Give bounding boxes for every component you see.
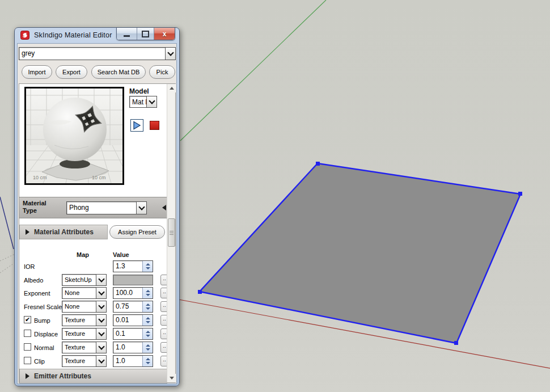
albedo-map-value: SketchUp xyxy=(62,275,96,285)
row-label-fresnel-scale: Fresnel Scale xyxy=(24,304,62,310)
render-target-dropdown-button[interactable] xyxy=(146,96,156,107)
close-button[interactable]: x xyxy=(154,28,175,40)
fresnel-value: 0.75 xyxy=(113,301,142,312)
displace-map-dropdown-button[interactable] xyxy=(96,328,106,339)
export-button[interactable]: Export xyxy=(56,65,87,79)
check-icon: ✔ xyxy=(25,316,30,323)
normal-checkbox[interactable] xyxy=(24,343,31,351)
normal-spinner[interactable] xyxy=(142,342,153,353)
bump-value-field[interactable]: 0.01 xyxy=(113,314,153,326)
albedo-map-dropdown-button[interactable] xyxy=(96,275,106,285)
minimize-button[interactable] xyxy=(117,28,137,40)
fresnel-map-value: None xyxy=(62,301,96,312)
material-type-combo[interactable]: Phong xyxy=(66,201,147,214)
normal-value-field[interactable]: 1.0 xyxy=(113,342,153,353)
import-button[interactable]: Import xyxy=(22,65,52,79)
normal-map-combo[interactable]: Texture xyxy=(62,342,107,353)
bump-spinner[interactable] xyxy=(142,315,153,326)
displace-map-value: Texture xyxy=(62,328,96,339)
bump-map-combo[interactable]: Texture xyxy=(62,314,107,326)
bump-map-dropdown-button[interactable] xyxy=(96,315,106,326)
content-scrollbar[interactable] xyxy=(167,84,175,382)
material-type-dropdown-button[interactable] xyxy=(136,202,146,214)
emitter-attributes-header[interactable]: Emitter Attributes xyxy=(19,369,167,383)
scrollbar-thumb[interactable] xyxy=(168,218,175,247)
ior-value-field[interactable]: 1.3 xyxy=(113,260,153,272)
row-label-bump: Bump xyxy=(34,317,50,324)
value-column-header: Value xyxy=(113,251,129,258)
material-type-label: Material Type xyxy=(23,200,46,214)
fresnel-spinner[interactable] xyxy=(142,301,153,312)
skindigo-material-editor-window: SkIndigo Material Editor x grey Import E… xyxy=(14,27,180,386)
thumb-grip xyxy=(170,234,174,235)
material-attributes-header[interactable]: Material Attributes xyxy=(19,225,108,239)
chevron-down-icon xyxy=(98,357,104,363)
chevron-down-icon xyxy=(98,289,104,295)
model-section-label: Model xyxy=(129,87,149,95)
content-pane: 10 cm 10 cm Model Mat D Material Type xyxy=(19,83,176,383)
window-title: SkIndigo Material Editor xyxy=(34,31,112,39)
row-label-normal: Normal xyxy=(34,344,54,351)
clip-map-dropdown-button[interactable] xyxy=(96,356,106,366)
displace-value-field[interactable]: 0.1 xyxy=(113,328,153,340)
exponent-map-combo[interactable]: None xyxy=(62,287,107,299)
albedo-color-swatch[interactable] xyxy=(113,275,153,285)
displace-value: 0.1 xyxy=(113,328,142,339)
fresnel-map-combo[interactable]: None xyxy=(62,301,107,313)
expand-right-icon xyxy=(26,373,29,379)
row-label-clip: Clip xyxy=(34,358,45,365)
chevron-down-icon xyxy=(98,330,104,336)
clip-map-combo[interactable]: Texture xyxy=(62,355,107,367)
map-column-header: Map xyxy=(77,251,89,258)
normal-value: 1.0 xyxy=(113,342,142,353)
clip-spinner[interactable] xyxy=(142,356,153,366)
exponent-spinner[interactable] xyxy=(142,288,153,298)
title-bar[interactable]: SkIndigo Material Editor x xyxy=(15,28,179,43)
albedo-map-combo[interactable]: SketchUp xyxy=(62,274,107,286)
material-name-combo[interactable]: grey xyxy=(19,47,176,60)
dialog-body: grey Import Export Search Mat DB Pick xyxy=(17,43,177,384)
row-label-albedo: Albedo xyxy=(24,277,43,284)
close-icon: x xyxy=(163,30,167,38)
exponent-value-field[interactable]: 100.0 xyxy=(113,287,153,299)
displace-checkbox[interactable] xyxy=(24,330,31,337)
spin-up-icon xyxy=(146,290,150,292)
exponent-map-dropdown-button[interactable] xyxy=(96,288,106,298)
render-play-button[interactable] xyxy=(130,119,143,132)
displace-spinner[interactable] xyxy=(142,328,153,339)
bump-map-value: Texture xyxy=(62,315,96,326)
export-button-label: Export xyxy=(62,69,81,75)
clip-value-field[interactable]: 1.0 xyxy=(113,355,153,367)
material-name-value: grey xyxy=(19,48,165,60)
spin-down-icon xyxy=(146,294,150,296)
chevron-down-icon xyxy=(138,204,145,210)
scroll-down-button[interactable] xyxy=(167,374,176,382)
spin-down-icon xyxy=(146,335,150,337)
scroll-up-button[interactable] xyxy=(167,84,176,92)
spin-down-icon xyxy=(146,348,150,351)
fresnel-map-dropdown-button[interactable] xyxy=(96,301,106,312)
preview-scale-left: 10 cm xyxy=(33,175,47,180)
assign-preset-button[interactable]: Assign Preset xyxy=(109,225,165,239)
bump-checkbox[interactable]: ✔ xyxy=(24,316,31,323)
bump-value: 0.01 xyxy=(113,315,142,326)
ior-spinner[interactable] xyxy=(142,261,153,272)
material-name-dropdown-button[interactable] xyxy=(165,48,175,60)
material-type-value: Phong xyxy=(67,202,136,214)
clip-checkbox[interactable] xyxy=(24,357,31,364)
search-mat-db-button[interactable]: Search Mat DB xyxy=(91,65,146,79)
collapse-left-icon[interactable] xyxy=(162,205,166,210)
normal-map-dropdown-button[interactable] xyxy=(96,342,106,353)
fresnel-value-field[interactable]: 0.75 xyxy=(113,301,153,313)
maximize-button[interactable] xyxy=(137,28,154,40)
search-mat-db-label: Search Mat DB xyxy=(98,69,140,75)
spin-up-icon xyxy=(146,317,150,319)
render-target-combo[interactable]: Mat D xyxy=(129,96,157,108)
minimize-icon xyxy=(124,35,130,37)
displace-map-combo[interactable]: Texture xyxy=(62,328,107,340)
pick-button[interactable]: Pick xyxy=(149,65,175,79)
chevron-down-icon xyxy=(98,343,104,349)
maximize-icon xyxy=(142,31,149,37)
spin-down-icon xyxy=(146,362,150,364)
render-stop-button[interactable] xyxy=(150,121,159,130)
